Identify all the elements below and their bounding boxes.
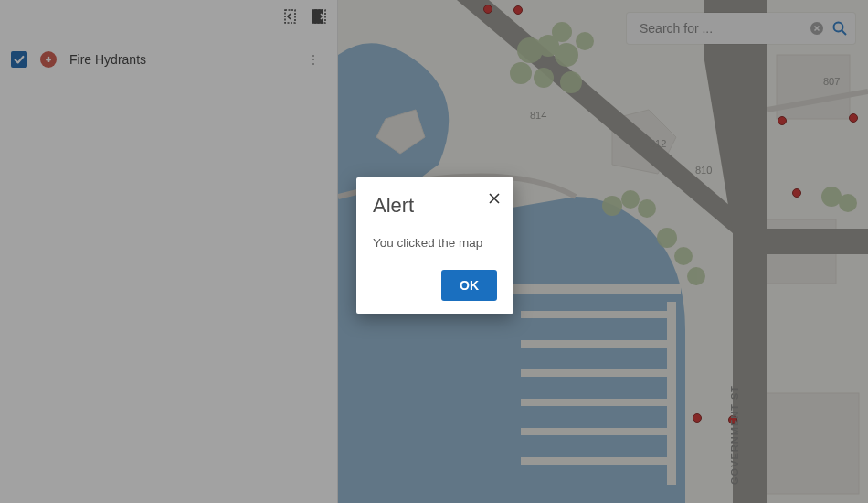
svg-point-35 [674, 247, 693, 265]
hydrant-point[interactable] [793, 189, 801, 198]
hydrant-point[interactable] [514, 6, 523, 15]
svg-rect-14 [512, 284, 681, 294]
search-input[interactable] [638, 20, 802, 37]
building-number: 810 [695, 165, 712, 176]
expand-panel-icon[interactable] [310, 7, 328, 26]
svg-rect-15 [777, 55, 850, 119]
layer-row-fire-hydrants[interactable]: Fire Hydrants ⋮ [0, 42, 337, 77]
street-label-government: GOVERNMENT ST [729, 385, 740, 485]
layers-sidebar: Fire Hydrants ⋮ [0, 0, 338, 503]
svg-point-37 [821, 187, 842, 207]
app-root: Fire Hydrants ⋮ [0, 0, 868, 503]
svg-point-40 [834, 23, 843, 32]
svg-point-32 [621, 190, 640, 209]
svg-rect-13 [667, 302, 676, 485]
svg-rect-11 [521, 428, 672, 435]
svg-rect-1 [312, 10, 323, 23]
building-number: 807 [823, 76, 840, 87]
svg-point-34 [657, 228, 677, 248]
hydrant-point[interactable] [693, 414, 702, 423]
collapse-panel-icon[interactable] [282, 7, 301, 26]
search-box[interactable] [627, 13, 855, 44]
svg-rect-8 [521, 340, 672, 348]
modal-title: Alert [373, 194, 497, 218]
svg-rect-22 [733, 229, 868, 254]
layer-label: Fire Hydrants [69, 52, 146, 67]
building-number: 812 [650, 138, 666, 149]
svg-point-28 [560, 71, 582, 93]
svg-point-38 [839, 194, 857, 212]
svg-point-27 [534, 68, 554, 88]
building-number: 814 [530, 110, 546, 121]
layer-more-menu-icon[interactable]: ⋮ [307, 52, 321, 67]
svg-rect-10 [521, 399, 672, 406]
svg-rect-7 [521, 311, 672, 318]
svg-point-36 [687, 267, 705, 285]
svg-point-31 [602, 196, 622, 216]
hydrant-point[interactable] [778, 117, 787, 125]
ok-button[interactable]: OK [441, 270, 497, 301]
svg-point-26 [510, 62, 532, 84]
close-icon[interactable] [488, 192, 501, 209]
search-icon[interactable] [831, 20, 848, 37]
hydrant-point[interactable] [484, 5, 492, 14]
clear-icon[interactable] [810, 21, 824, 36]
fire-hydrant-icon [40, 51, 57, 68]
svg-point-29 [552, 22, 572, 42]
modal-actions: OK [373, 270, 497, 301]
svg-rect-12 [521, 457, 672, 465]
svg-rect-5 [46, 59, 51, 60]
modal-message: You clicked the map [373, 236, 497, 250]
alert-modal: Alert You clicked the map OK [356, 177, 513, 314]
svg-point-33 [638, 199, 656, 218]
hydrant-point[interactable] [850, 114, 858, 123]
svg-rect-16 [758, 393, 859, 494]
svg-point-25 [555, 43, 578, 67]
layer-visibility-checkbox[interactable] [11, 51, 27, 68]
svg-point-30 [576, 32, 594, 50]
svg-rect-0 [285, 10, 295, 23]
sidebar-toolbar [282, 7, 328, 26]
svg-rect-9 [521, 369, 672, 377]
